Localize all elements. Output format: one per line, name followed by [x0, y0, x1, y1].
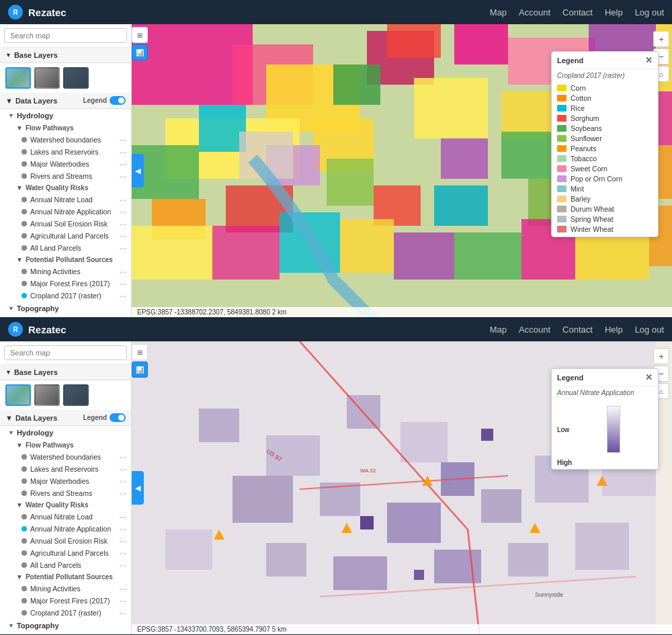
- layer-menu-icon[interactable]: ···: [119, 608, 127, 618]
- layer-nitrate-load-top[interactable]: Annual Nitrate Load ···: [3, 194, 131, 206]
- layer-menu-icon[interactable]: ···: [119, 147, 127, 157]
- base-thumb-3-bottom[interactable]: [63, 384, 89, 406]
- nav-logout-bottom[interactable]: Log out: [635, 325, 664, 335]
- nav-account-bottom[interactable]: Account: [519, 325, 550, 335]
- layer-menu-icon[interactable]: ···: [119, 476, 127, 486]
- legend-label: Barley: [571, 195, 591, 203]
- nav-account[interactable]: Account: [519, 7, 550, 17]
- water-quality-header-bottom[interactable]: ▼ Water Quality Risks: [3, 499, 131, 511]
- topography-header-bottom[interactable]: ▼ Topography: [0, 619, 131, 632]
- search-input-top[interactable]: [4, 28, 127, 43]
- layer-cropland-bottom[interactable]: Cropland 2017 (raster) ···: [3, 607, 131, 619]
- layer-menu-icon[interactable]: ···: [119, 171, 127, 181]
- layer-menu-icon[interactable]: ···: [119, 159, 127, 169]
- layer-forest-fires-top[interactable]: Major Forest Fires (2017) ···: [3, 278, 131, 290]
- pollutant-header-top[interactable]: ▼ Potential Pollutant Sources: [3, 254, 131, 265]
- layers-icon-top[interactable]: ⊞: [132, 27, 148, 43]
- hydrology-header-top[interactable]: ▼ Hydrology: [0, 109, 131, 122]
- layer-all-land-top[interactable]: All Land Parcels ···: [3, 242, 131, 254]
- base-thumb-2-top[interactable]: [34, 67, 60, 89]
- hydrology-header-bottom[interactable]: ▼ Hydrology: [0, 426, 131, 439]
- layer-name: Lakes and Reservoirs: [30, 148, 119, 156]
- layers-icon-bottom[interactable]: ⊞: [132, 344, 148, 360]
- layer-menu-icon[interactable]: ···: [119, 135, 127, 144]
- layer-menu-icon[interactable]: ···: [119, 231, 127, 241]
- legend-close-bottom[interactable]: ✕: [645, 373, 653, 382]
- base-thumb-2-bottom[interactable]: [34, 384, 60, 406]
- layer-cropland-top[interactable]: Cropland 2017 (raster) ···: [3, 290, 131, 302]
- water-quality-header-top[interactable]: ▼ Water Quality Risks: [3, 182, 131, 194]
- layer-menu-icon[interactable]: ···: [119, 452, 127, 462]
- topography-header-top[interactable]: ▼ Topography: [0, 302, 131, 315]
- map-canvas-bottom[interactable]: US 97 WA 22 Sunnyside ◀ ⊞ 📊: [132, 341, 672, 634]
- layer-menu-icon[interactable]: ···: [119, 536, 127, 546]
- layer-menu-icon[interactable]: ···: [119, 464, 127, 474]
- pollutant-header-bottom[interactable]: ▼ Potential Pollutant Sources: [3, 571, 131, 583]
- sidebar-toggle-top[interactable]: ◀: [132, 154, 144, 187]
- nav-contact-bottom[interactable]: Contact: [562, 325, 593, 335]
- nav-logout[interactable]: Log out: [635, 7, 664, 17]
- legend-toggle-switch-top[interactable]: [110, 96, 126, 105]
- layer-nitrate-app-top[interactable]: Annual Nitrate Application ···: [3, 206, 131, 218]
- layer-waterbodies-bottom[interactable]: Major Waterbodies ···: [3, 475, 131, 487]
- layer-menu-icon[interactable]: ···: [119, 207, 127, 216]
- legend-close-top[interactable]: ✕: [645, 56, 653, 65]
- layer-lakes-bottom[interactable]: Lakes and Reservoirs ···: [3, 463, 131, 475]
- base-layers-header-top[interactable]: ▼ Base Layers: [0, 48, 131, 63]
- layer-all-land-bottom[interactable]: All Land Parcels ···: [3, 559, 131, 571]
- zoom-in-btn-bottom[interactable]: +: [653, 348, 669, 364]
- base-thumb-1-bottom[interactable]: [5, 384, 31, 406]
- sidebar-toggle-bottom[interactable]: ◀: [132, 471, 144, 505]
- chart-icon-bottom[interactable]: 📊: [132, 362, 148, 378]
- layer-name: Cropland 2017 (raster): [30, 609, 119, 617]
- layer-menu-icon[interactable]: ···: [119, 634, 127, 634]
- nav-help-bottom[interactable]: Help: [605, 325, 623, 335]
- layer-rivers-bottom[interactable]: Rivers and Streams ···: [3, 487, 131, 499]
- layer-watershed-top[interactable]: Watershed boundaries ···: [3, 134, 131, 146]
- nav-help[interactable]: Help: [605, 7, 623, 17]
- legend-gradient-bar: [607, 406, 620, 453]
- layer-lakes-top[interactable]: Lakes and Reservoirs ···: [3, 146, 131, 158]
- layer-menu-icon[interactable]: ···: [119, 279, 127, 288]
- layer-menu-icon[interactable]: ···: [119, 195, 127, 204]
- search-input-bottom[interactable]: [4, 345, 127, 360]
- layer-forest-fires-bottom[interactable]: Major Forest Fires (2017) ···: [3, 595, 131, 607]
- layer-nitrate-load-bottom[interactable]: Annual Nitrate Load ···: [3, 511, 131, 523]
- layer-menu-icon[interactable]: ···: [119, 291, 127, 300]
- flow-pathways-header-bottom[interactable]: ▼ Flow Pathways: [3, 439, 131, 451]
- chart-icon-top[interactable]: 📊: [132, 44, 148, 60]
- layer-agri-land-top[interactable]: Agricultural Land Parcels ···: [3, 230, 131, 242]
- layer-menu-icon[interactable]: ···: [119, 489, 127, 498]
- layer-menu-icon[interactable]: ···: [119, 243, 127, 253]
- layer-watershed-bottom[interactable]: Watershed boundaries ···: [3, 451, 131, 463]
- flow-pathways-header-top[interactable]: ▼ Flow Pathways: [3, 122, 131, 134]
- layer-soil-erosion-bottom[interactable]: Annual Soil Erosion Risk ···: [3, 535, 131, 547]
- base-thumb-1-top[interactable]: [5, 67, 31, 89]
- layer-name: Cropland 2017 (raster): [30, 292, 119, 300]
- legend-toggle-switch-bottom[interactable]: [110, 413, 126, 422]
- layer-waterbodies-top[interactable]: Major Waterbodies ···: [3, 158, 131, 170]
- layer-menu-icon[interactable]: ···: [119, 596, 127, 605]
- zoom-in-btn-top[interactable]: +: [653, 31, 669, 47]
- layer-rivers-top[interactable]: Rivers and Streams ···: [3, 170, 131, 182]
- layer-menu-icon[interactable]: ···: [119, 524, 127, 534]
- layer-menu-icon[interactable]: ···: [119, 267, 127, 276]
- layer-nitrate-app-bottom[interactable]: Annual Nitrate Application ···: [3, 523, 131, 535]
- layer-dem-bottom[interactable]: Digital Elevation Map ···: [0, 632, 131, 634]
- layer-soil-erosion-top[interactable]: Annual Soil Erosion Risk ···: [3, 218, 131, 230]
- layer-menu-icon[interactable]: ···: [119, 584, 127, 593]
- nav-contact[interactable]: Contact: [562, 7, 593, 17]
- layer-agri-land-bottom[interactable]: Agricultural Land Parcels ···: [3, 547, 131, 559]
- nav-map[interactable]: Map: [490, 7, 507, 17]
- map-canvas-top[interactable]: ◀ ⊞ 📊 Legend ✕ Cropland 2017 (raster) Co…: [132, 24, 672, 317]
- layer-mining-bottom[interactable]: Mining Activities ···: [3, 583, 131, 595]
- layer-menu-icon[interactable]: ···: [119, 548, 127, 558]
- layer-menu-icon[interactable]: ···: [119, 560, 127, 570]
- layer-menu-icon[interactable]: ···: [119, 219, 127, 228]
- layer-menu-icon[interactable]: ···: [119, 512, 127, 521]
- base-layers-header-bottom[interactable]: ▼ Base Layers: [0, 365, 131, 380]
- nav-map-bottom[interactable]: Map: [490, 325, 507, 335]
- topography-label-top: Topography: [17, 304, 59, 312]
- layer-mining-top[interactable]: Mining Activities ···: [3, 265, 131, 278]
- base-thumb-3-top[interactable]: [63, 67, 89, 89]
